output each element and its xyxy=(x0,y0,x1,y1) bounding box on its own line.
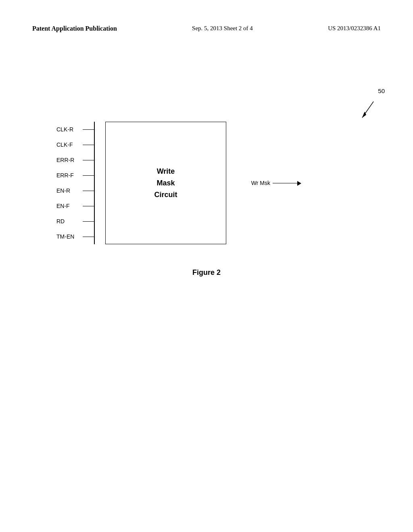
output-section: Wr Msk xyxy=(251,180,301,186)
signal-line-enr xyxy=(83,191,94,191)
output-label: Wr Msk xyxy=(251,180,270,186)
block-container: Write Mask Circuit Wr Msk xyxy=(105,122,226,244)
signal-line-rd xyxy=(83,221,94,222)
signal-line-clkf xyxy=(83,145,94,145)
signal-line-clkr xyxy=(83,129,94,130)
signal-line-enf xyxy=(83,206,94,207)
signal-row-enr: EN-R xyxy=(56,183,94,198)
signal-row-enf: EN-F xyxy=(56,198,94,214)
header-publication-type: Patent Application Publication xyxy=(32,24,117,33)
signal-line-errr xyxy=(83,160,94,161)
signal-label-enf: EN-F xyxy=(56,203,83,209)
signal-line-tmen xyxy=(83,237,94,237)
output-arrow xyxy=(273,183,301,184)
signal-label-clkf: CLK-F xyxy=(56,141,83,148)
write-mask-circuit-block: Write Mask Circuit xyxy=(105,122,226,244)
signal-line-errf xyxy=(83,175,94,176)
signal-label-enr: EN-R xyxy=(56,187,83,194)
signal-row-tmen: TM-EN xyxy=(56,229,94,244)
vertical-bus-line xyxy=(94,122,95,244)
page-header: Patent Application Publication Sep. 5, 2… xyxy=(32,24,381,33)
signal-label-errr: ERR-R xyxy=(56,157,83,163)
header-date-sheet: Sep. 5, 2013 Sheet 2 of 4 xyxy=(192,24,253,33)
header-patent-number: US 2013/0232386 A1 xyxy=(328,24,381,33)
signal-row-errr: ERR-R xyxy=(56,152,94,168)
page: Patent Application Publication Sep. 5, 2… xyxy=(0,0,413,532)
inputs-section: CLK-R CLK-F ERR-R ERR-F EN-R xyxy=(56,122,94,244)
signal-label-tmen: TM-EN xyxy=(56,233,83,240)
diagram-area: 50 CLK-R CLK-F xyxy=(56,122,381,244)
signal-row-clkf: CLK-F xyxy=(56,137,94,152)
signal-label-clkr: CLK-R xyxy=(56,126,83,133)
reference-arrow xyxy=(357,100,378,123)
signal-label-errf: ERR-F xyxy=(56,172,83,179)
signal-row-rd: RD xyxy=(56,214,94,229)
signal-row-clkr: CLK-R xyxy=(56,122,94,137)
signal-row-errf: ERR-F xyxy=(56,168,94,183)
signal-label-rd: RD xyxy=(56,218,83,224)
bus-to-box-connector xyxy=(94,122,105,244)
reference-number-50: 50 xyxy=(378,87,385,94)
figure-caption: Figure 2 xyxy=(32,268,381,277)
block-label: Write Mask Circuit xyxy=(154,162,177,204)
